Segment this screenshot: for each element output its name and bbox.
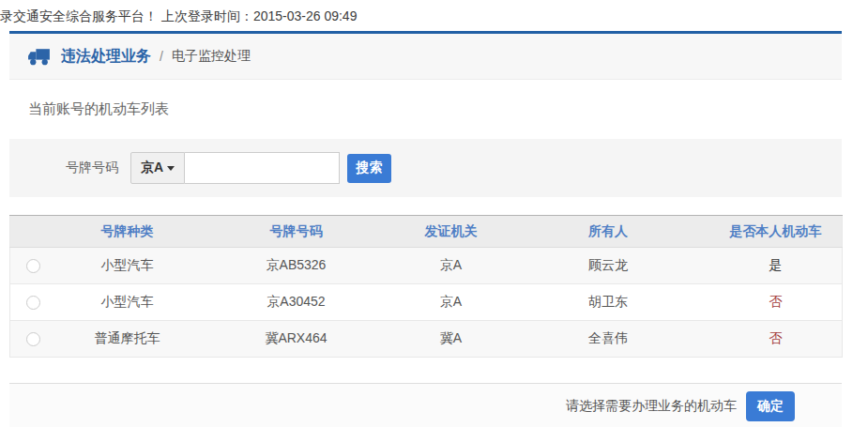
table-row: 普通摩托车 冀ARX464 冀A 全喜伟 否 [10,321,843,358]
search-button[interactable]: 搜索 [347,154,391,183]
owner-cell: 胡卫东 [508,284,709,321]
is-own-cell: 是 [709,248,843,284]
plate-number-cell: 冀ARX464 [198,321,395,358]
plate-type-cell: 小型汽车 [57,248,198,284]
plate-number-input[interactable] [185,152,340,184]
is-own-cell: 否 [709,321,843,358]
plate-prefix-dropdown[interactable]: 京A [130,152,185,184]
breadcrumb-section[interactable]: 违法处理业务 [61,47,151,67]
chevron-down-icon [167,166,175,171]
column-header-is-own: 是否本人机动车 [709,216,843,248]
vehicle-radio[interactable] [26,259,40,273]
vehicle-radio[interactable] [26,296,40,310]
page-title: 当前账号的机动车列表 [28,100,842,118]
breadcrumb-separator: / [160,49,163,64]
welcome-banner: 录交通安全综合服务平台！ 上次登录时间：2015-03-26 09:49 [0,0,868,31]
column-header-owner: 所有人 [508,216,709,248]
column-header-plate-type: 号牌种类 [57,216,198,248]
authority-cell: 冀A [395,321,508,358]
breadcrumb: 违法处理业务 / 电子监控处理 [9,31,842,80]
table-row: 小型汽车 京AB5326 京A 顾云龙 是 [10,248,843,284]
vehicle-radio[interactable] [26,332,40,346]
authority-cell: 京A [395,284,508,321]
table-row: 小型汽车 京A30452 京A 胡卫东 否 [10,284,843,321]
plate-prefix-value: 京A [141,160,163,176]
breadcrumb-current: 电子监控处理 [172,48,251,65]
footer-action-bar: 请选择需要办理业务的机动车 确定 [9,383,842,427]
plate-number-label: 号牌号码 [66,160,118,176]
search-bar: 号牌号码 京A 搜索 [9,139,842,197]
truck-icon [26,48,52,66]
owner-cell: 全喜伟 [508,321,709,358]
radio-cell [10,248,57,284]
column-header-authority: 发证机关 [395,216,508,248]
select-vehicle-prompt: 请选择需要办理业务的机动车 [566,398,737,415]
is-own-cell: 否 [709,284,843,321]
plate-type-cell: 小型汽车 [57,284,198,321]
plate-search-group: 京A [130,152,340,184]
plate-type-cell: 普通摩托车 [57,321,198,358]
vehicle-table: 号牌种类 号牌号码 发证机关 所有人 是否本人机动车 小型汽车 京AB5326 … [9,215,843,358]
owner-cell: 顾云龙 [508,248,709,284]
column-header-plate-number: 号牌号码 [198,216,395,248]
plate-number-cell: 京A30452 [198,284,395,321]
main-container: 违法处理业务 / 电子监控处理 当前账号的机动车列表 号牌号码 京A 搜索 号牌… [9,31,842,427]
welcome-text: 录交通安全综合服务平台！ 上次登录时间：2015-03-26 09:49 [0,8,357,23]
radio-cell [10,321,57,358]
confirm-button[interactable]: 确定 [746,391,795,421]
authority-cell: 京A [395,248,508,284]
select-column-header [10,216,57,248]
table-header-row: 号牌种类 号牌号码 发证机关 所有人 是否本人机动车 [10,216,843,248]
plate-number-cell: 京AB5326 [198,248,395,284]
radio-cell [10,284,57,321]
